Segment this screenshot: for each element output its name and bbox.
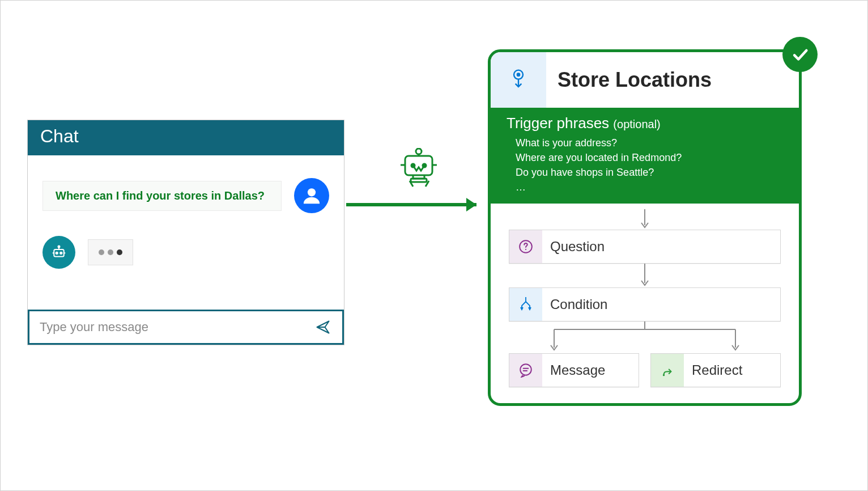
topic-trigger-icon (491, 52, 546, 108)
user-message-row: Where can I find your stores in Dallas? (42, 178, 329, 213)
svg-point-15 (663, 374, 665, 376)
message-input-placeholder: Type your message (40, 320, 148, 335)
user-message: Where can I find your stores in Dallas? (42, 181, 282, 211)
topic-card: Store Locations Trigger phrases (optiona… (488, 49, 802, 406)
typing-indicator-icon (88, 239, 133, 265)
branch-arrow-icon (509, 321, 781, 353)
svg-rect-9 (411, 179, 427, 182)
trigger-phrase: Do you have shops in Seattle? (516, 165, 783, 180)
svg-point-2 (56, 252, 58, 254)
message-input[interactable]: Type your message (28, 310, 344, 345)
redirect-node[interactable]: Redirect (650, 353, 781, 387)
svg-point-0 (308, 188, 316, 196)
check-badge-icon (782, 37, 818, 72)
condition-node-label: Condition (542, 297, 607, 312)
condition-node[interactable]: Condition (509, 287, 781, 321)
condition-icon (509, 288, 542, 321)
trigger-phrases-heading: Trigger phrases (optional) (507, 115, 783, 132)
svg-point-7 (423, 164, 426, 167)
question-icon (509, 230, 542, 263)
chat-body: Where can I find your stores in Dallas? (28, 155, 344, 269)
send-icon[interactable] (314, 319, 332, 335)
arrow-down-icon (639, 264, 650, 287)
trigger-phrases-list: What is your address? Where are you loca… (516, 136, 783, 194)
question-node[interactable]: Question (509, 230, 781, 264)
trigger-phrase: What is your address? (516, 136, 783, 150)
bot-avatar-icon (42, 236, 75, 269)
flow-arrow-icon (346, 148, 489, 216)
chat-header: Chat (28, 120, 344, 155)
svg-point-14 (520, 365, 531, 376)
trigger-phrases-section: Trigger phrases (optional) What is your … (491, 108, 799, 204)
topic-header: Store Locations (491, 52, 799, 108)
trigger-phrase: … (516, 180, 783, 194)
arrow-down-icon (639, 209, 650, 230)
topic-title: Store Locations (546, 68, 712, 92)
message-node-label: Message (542, 362, 605, 378)
message-icon (509, 354, 542, 387)
svg-rect-5 (405, 156, 432, 175)
svg-point-4 (58, 246, 60, 248)
redirect-node-label: Redirect (684, 362, 742, 378)
question-node-label: Question (542, 239, 605, 255)
trigger-phrase: Where are you located in Redmond? (516, 150, 783, 165)
svg-point-8 (416, 149, 422, 154)
topic-flow: Question Condition (491, 204, 799, 403)
svg-point-3 (60, 252, 62, 254)
svg-point-11 (517, 73, 521, 77)
diagram-canvas: Chat Where can I find your stores in Dal… (0, 0, 868, 491)
redirect-icon (651, 354, 684, 387)
bot-typing-row (42, 236, 329, 269)
svg-point-13 (525, 249, 526, 250)
user-avatar-icon (294, 178, 329, 213)
svg-point-6 (411, 164, 415, 167)
message-node[interactable]: Message (509, 353, 639, 387)
chat-panel: Chat Where can I find your stores in Dal… (27, 120, 344, 345)
